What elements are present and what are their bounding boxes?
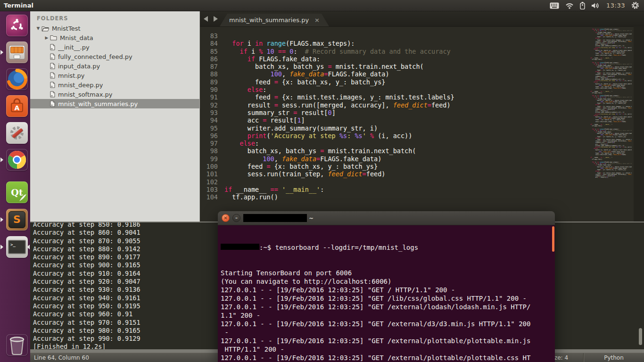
unity-launcher: A Qt S — [0, 11, 30, 362]
nav-back-icon[interactable] — [204, 16, 208, 22]
launcher-item-software-center[interactable]: A — [0, 95, 30, 117]
terminal-output[interactable]: :~$ tensorboard --logdir=/tmp/mnist_logs… — [218, 225, 555, 362]
volume-icon[interactable] — [591, 2, 600, 9]
launcher-item-files[interactable] — [0, 41, 30, 64]
window-minimize-button[interactable]: – — [232, 214, 240, 222]
code-text: 100, fake_data=FLAGS.fake_data) — [224, 70, 389, 78]
code-text: batch_xs, batch_ys = mnist.train.next_ba… — [224, 63, 424, 70]
tree-item-label: mnist_deep.py — [58, 82, 103, 89]
tab-mnist-with-summaries[interactable]: mnist_with_summaries.py × — [220, 14, 329, 26]
system-settings-icon — [6, 122, 28, 144]
launcher-item-firefox[interactable] — [0, 68, 30, 90]
line-number: 98 — [200, 147, 224, 155]
terminal-title-bar[interactable]: ✕ – ~ — [218, 211, 555, 225]
launcher-item-system-settings[interactable] — [0, 122, 30, 144]
code-text: for i in range(FLAGS.max_steps): — [224, 40, 355, 47]
nav-forward-icon[interactable] — [214, 16, 218, 22]
terminal-line: 127.0.0.1 - - [19/Feb/2016 12:03:25] "GE… — [221, 320, 555, 328]
tree-item-mnist-data[interactable]: ▶Mnist_data — [30, 33, 199, 42]
tree-item-mnist-softmax-py[interactable]: mnist_softmax.py — [30, 90, 199, 99]
code-line-103: 103if __name__ == '__main__': — [200, 186, 587, 193]
launcher-item-terminal[interactable]: >_ — [0, 236, 30, 258]
terminal-icon: >_ — [6, 236, 28, 258]
running-indicator — [0, 245, 3, 249]
terminal-window: ✕ – ~ :~$ tensorboard --logdir=/tmp/mnis… — [218, 211, 555, 362]
tab-bar: mnist_with_summaries.py × — [200, 11, 644, 27]
launcher-item-trash[interactable] — [0, 334, 30, 356]
code-line-102: 102 — [200, 178, 587, 186]
file-icon — [50, 44, 55, 50]
launcher-item-dash-home[interactable] — [0, 14, 30, 37]
code-line-95: 95 writer.add_summary(summary_str, i) — [200, 124, 587, 132]
line-number: 85 — [200, 48, 224, 55]
code-text: if __name__ == '__main__': — [224, 186, 324, 193]
minimap-content: for i in range(FLAGS.max_steps): if i % … — [590, 60, 632, 93]
terminal-line: - — [221, 328, 555, 337]
running-indicator — [0, 157, 3, 162]
tree-item-mnist-deep-py[interactable]: mnist_deep.py — [30, 80, 199, 90]
chrome-icon — [6, 149, 28, 171]
line-number: 103 — [200, 186, 224, 193]
code-line-97: 97 else: — [200, 140, 587, 147]
code-line-98: 98 batch_xs, batch_ys = mnist.train.next… — [200, 147, 587, 155]
window-close-button[interactable]: ✕ — [222, 214, 230, 222]
file-icon — [50, 100, 55, 107]
qt-creator-icon: Qt — [6, 181, 28, 203]
code-line-93: 93 summary_str = result[0] — [200, 109, 587, 116]
terminal-line: (You can navigate to http://localhost:60… — [221, 277, 555, 286]
code-editor[interactable]: 83 84 for i in range(FLAGS.max_steps):85… — [200, 26, 644, 222]
tree-item-label: mnist.py — [58, 72, 84, 79]
system-tray: 13:33 — [550, 1, 639, 9]
terminal-title-suffix: ~ — [309, 215, 314, 222]
code-text: batch_xs, batch_ys = mnist.train.next_ba… — [224, 147, 416, 155]
wifi-icon[interactable] — [565, 2, 574, 9]
line-number: 99 — [200, 155, 224, 163]
syntax-indicator[interactable]: Python — [583, 353, 644, 362]
launcher-item-qt-creator[interactable]: Qt — [0, 181, 30, 204]
battery-icon[interactable] — [580, 2, 585, 9]
minimap-content: for i in range(FLAGS.max_steps): if i % … — [590, 127, 632, 160]
code-text: acc = result[1] — [224, 116, 305, 124]
code-text: feed = {x: mnist.test.images, y_: mnist.… — [224, 93, 454, 101]
minimap-content: for i in range(FLAGS.max_steps): if i % … — [590, 27, 632, 60]
tree-item--init-py[interactable]: __init__.py — [30, 42, 199, 52]
desktop: Terminal 13:33 — [0, 0, 644, 362]
line-number: 87 — [200, 63, 224, 70]
terminal-scrollbar-thumb[interactable] — [552, 226, 554, 252]
editor-region: mnist_with_summaries.py × 83 84 for i in… — [200, 11, 644, 222]
tree-item-mnisttest[interactable]: ▼MnistTest — [30, 24, 199, 33]
redacted-prompt — [221, 244, 259, 250]
disclosure-triangle-icon[interactable]: ▶ — [44, 35, 49, 40]
running-indicator — [0, 217, 3, 222]
tab-title: mnist_with_summaries.py — [229, 16, 309, 24]
line-number: 102 — [200, 178, 224, 186]
tree-item-mnist-with-summaries-py[interactable]: mnist_with_summaries.py — [30, 99, 199, 108]
build-scrollbar-thumb[interactable] — [639, 328, 642, 345]
tree-item-mnist-py[interactable]: mnist.py — [30, 71, 199, 80]
line-number: 88 — [200, 70, 224, 78]
launcher-item-chrome[interactable] — [0, 148, 30, 171]
launcher-item-sublime-text[interactable]: S — [0, 208, 30, 231]
focused-app-title: Terminal — [4, 2, 33, 9]
line-number: 84 — [200, 40, 224, 47]
disclosure-triangle-icon[interactable]: ▼ — [36, 26, 41, 31]
clock[interactable]: 13:33 — [606, 2, 625, 9]
line-number: 83 — [200, 32, 224, 40]
dash-home-icon — [6, 15, 28, 36]
code-text: if i % 10 == 0: # Record summary data an… — [224, 48, 451, 55]
file-icon — [50, 53, 55, 60]
line-number: 90 — [200, 86, 224, 93]
folders-header: FOLDERS — [37, 15, 199, 22]
tab-close-icon[interactable]: × — [314, 16, 320, 24]
code-text: feed = {x: batch_xs, y_: batch_ys} — [224, 78, 385, 86]
cursor-position: Line 64, Column 60 — [34, 354, 89, 361]
minimap[interactable]: for i in range(FLAGS.max_steps): if i % … — [590, 27, 632, 178]
code-text: writer.add_summary(summary_str, i) — [224, 124, 378, 132]
tree-item-input-data-py[interactable]: input_data.py — [30, 61, 199, 71]
keyboard-icon[interactable] — [550, 2, 559, 9]
session-gear-icon[interactable] — [631, 1, 639, 9]
tree-item-fully-connected-feed-py[interactable]: fully_connected_feed.py — [30, 52, 199, 61]
terminal-line: 127.0.0.1 - - [19/Feb/2016 12:03:25] "GE… — [221, 337, 555, 345]
firefox-icon — [6, 68, 28, 90]
code-text: else: — [224, 86, 266, 93]
